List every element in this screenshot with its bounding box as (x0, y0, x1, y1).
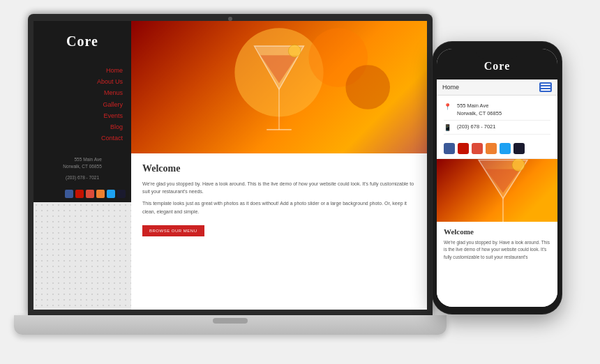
phone-hero (437, 159, 557, 222)
phone-info-section: 📍 555 Main Ave Norwalk, CT 06855 📱 (203)… (437, 96, 557, 139)
welcome-text-1: We're glad you stopped by. Have a look a… (142, 180, 416, 195)
phone-number: (203) 678 - 7021 (457, 123, 495, 131)
nav-home[interactable]: Home (106, 65, 123, 76)
address-street: 555 Main Ave (63, 156, 102, 163)
phone-extra-icon (513, 143, 525, 154)
scene: Core Home About Us Menus Gallery Events … (0, 0, 600, 364)
phone: Core Home 📍 555 Main Ave (433, 42, 562, 314)
hamburger-line-2 (541, 86, 550, 88)
phone-address-text: 555 Main Ave Norwalk, CT 06855 (457, 103, 502, 117)
svg-marker-3 (260, 55, 297, 83)
phone-address-row: 📍 555 Main Ave Norwalk, CT 06855 (444, 100, 550, 121)
svg-marker-6 (486, 169, 520, 193)
hamburger-line-3 (541, 89, 550, 91)
phone-google-icon (472, 143, 483, 154)
phone-street: 555 Main Ave (457, 103, 502, 110)
nav-gallery[interactable]: Gallery (103, 99, 123, 110)
welcome-title: Welcome (142, 163, 416, 174)
site-address: 555 Main Ave Norwalk, CT 06855 (57, 151, 107, 174)
phone-icon: 📱 (444, 124, 451, 131)
site-phone: (203) 678 - 7021 (60, 174, 105, 185)
nav-contact[interactable]: Contact (101, 132, 123, 144)
site-nav: Home About Us Menus Gallery Events Blog … (33, 58, 131, 151)
site-sidebar: Core Home About Us Menus Gallery Events … (33, 21, 131, 310)
phone-yelp-icon (458, 143, 469, 154)
nav-events[interactable]: Events (103, 110, 123, 121)
phone-twitter-icon (500, 143, 511, 154)
site-logo: Core (33, 21, 131, 58)
sidebar-pattern-area (33, 202, 131, 310)
phone-welcome-title: Welcome (444, 227, 550, 236)
yelp-icon (75, 190, 84, 198)
address-city: Norwalk, CT 06855 (63, 163, 102, 170)
nav-menus[interactable]: Menus (104, 87, 123, 98)
sidebar-decorative-pattern (33, 202, 131, 310)
phone-nav-home-label: Home (442, 84, 539, 91)
site-social-icons (33, 185, 131, 202)
phone-notch (477, 49, 518, 59)
laptop: Core Home About Us Menus Gallery Events … (14, 14, 447, 335)
martini-glass-image (248, 33, 310, 145)
extra-icon (117, 190, 126, 198)
svg-point-9 (512, 159, 525, 172)
site-content-area: Welcome We're glad you stopped by. Have … (131, 153, 427, 310)
laptop-bezel: Core Home About Us Menus Gallery Events … (28, 14, 433, 315)
laptop-screen: Core Home About Us Menus Gallery Events … (33, 21, 427, 310)
location-icon: 📍 (444, 103, 451, 110)
phone-rss-icon (486, 143, 497, 154)
site-hero (131, 21, 427, 153)
site-main: Welcome We're glad you stopped by. Have … (131, 21, 427, 310)
phone-social-section (437, 139, 557, 159)
facebook-icon (65, 190, 73, 198)
rss-icon (96, 190, 105, 198)
twitter-icon (107, 190, 115, 198)
phone-hamburger-icon[interactable] (539, 82, 552, 92)
nav-about[interactable]: About Us (97, 76, 123, 87)
phone-city: Norwalk, CT 06855 (457, 110, 502, 118)
phone-content-area: Welcome We're glad you stopped by. Have … (437, 222, 557, 307)
svg-point-4 (288, 45, 301, 57)
welcome-text-2: This template looks just as great with p… (142, 199, 416, 215)
phone-nav-bar: Home (437, 79, 557, 96)
laptop-body (14, 315, 447, 335)
phone-facebook-icon (444, 143, 455, 154)
phone-phone-row: 📱 (203) 678 - 7021 (444, 121, 550, 135)
browse-menu-button[interactable]: BROWSE OUR MENU (142, 225, 204, 236)
hamburger-line-1 (541, 84, 550, 85)
phone-welcome-text: We're glad you stopped by. Have a look a… (444, 239, 550, 261)
phone-screen: Core Home 📍 555 Main Ave (437, 49, 557, 307)
nav-blog[interactable]: Blog (110, 121, 123, 132)
phone-martini-glass (475, 159, 531, 222)
phone-body: Core Home 📍 555 Main Ave (433, 42, 562, 314)
google-icon (86, 190, 94, 198)
